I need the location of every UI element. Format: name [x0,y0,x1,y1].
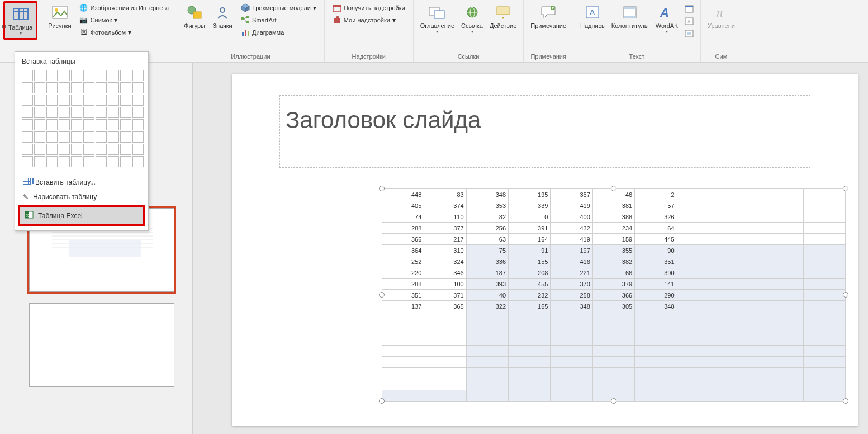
excel-embedded-object[interactable]: 4488334819535746240537435333941938157741… [382,188,846,401]
grid-cell[interactable] [83,107,94,118]
grid-cell[interactable] [132,70,144,81]
grid-cell[interactable] [132,107,144,118]
slide-number-button[interactable]: # [684,16,695,27]
grid-cell[interactable] [46,131,58,143]
slide[interactable]: Заголовок слайда 44883348195357462405374… [232,74,858,426]
excel-table-item[interactable]: X Таблица Excel [18,205,145,226]
grid-cell[interactable] [132,144,144,155]
grid-cell[interactable] [59,131,70,143]
get-addins-button[interactable]: Получить надстройки [330,2,407,13]
draw-table-item[interactable]: ✎ Нарисовать таблицу [18,190,145,204]
grid-cell[interactable] [83,156,94,167]
wordart-button[interactable]: A WordArt ▾ [652,1,681,36]
grid-cell[interactable] [108,156,119,167]
grid-cell[interactable] [34,131,45,143]
grid-cell[interactable] [22,95,33,106]
grid-cell[interactable] [120,144,131,155]
resize-handle[interactable] [843,186,848,191]
resize-handle[interactable] [843,292,848,298]
grid-cell[interactable] [46,156,58,167]
grid-cell[interactable] [83,70,94,81]
title-placeholder[interactable]: Заголовок слайда [279,95,810,168]
grid-cell[interactable] [96,95,107,106]
pictures-button[interactable]: Рисунки [45,1,75,31]
slide-thumbnail-2[interactable] [29,303,174,387]
grid-cell[interactable] [120,131,131,143]
header-footer-button[interactable]: Колонтитулы [608,1,652,31]
grid-cell[interactable] [34,70,45,81]
grid-cell[interactable] [46,144,58,155]
photo-album-button[interactable]: 🖼 Фотоальбом ▾ [77,27,171,38]
action-button[interactable]: Действие [486,1,520,31]
grid-cell[interactable] [46,82,58,93]
grid-cell[interactable] [71,131,82,143]
grid-cell[interactable] [96,156,107,167]
grid-cell[interactable] [59,70,70,81]
grid-cell[interactable] [83,144,94,155]
grid-cell[interactable] [59,156,70,167]
grid-cell[interactable] [71,144,82,155]
grid-cell[interactable] [71,95,82,106]
equation-button[interactable]: π Уравнени [704,1,738,31]
grid-cell[interactable] [34,156,45,167]
grid-cell[interactable] [71,82,82,93]
grid-cell[interactable] [120,82,131,93]
insert-table-item[interactable]: Вставить таблицу... [18,174,145,190]
grid-cell[interactable] [34,82,45,93]
grid-cell[interactable] [132,95,144,106]
grid-cell[interactable] [46,95,58,106]
grid-cell[interactable] [22,70,33,81]
grid-cell[interactable] [22,119,33,130]
grid-cell[interactable] [132,82,144,93]
grid-cell[interactable] [132,156,144,167]
grid-cell[interactable] [34,95,45,106]
grid-cell[interactable] [96,107,107,118]
grid-cell[interactable] [83,131,94,143]
icons-button[interactable]: Значки [208,1,236,31]
grid-cell[interactable] [108,131,119,143]
grid-cell[interactable] [34,119,45,130]
grid-cell[interactable] [71,70,82,81]
grid-cell[interactable] [46,119,58,130]
grid-cell[interactable] [59,144,70,155]
screenshot-button[interactable]: 📷 Снимок ▾ [77,15,171,26]
grid-cell[interactable] [59,119,70,130]
grid-cell[interactable] [96,131,107,143]
grid-cell[interactable] [46,70,58,81]
grid-cell[interactable] [96,144,107,155]
grid-cell[interactable] [22,144,33,155]
online-images-button[interactable]: 🌐 Изображения из Интернета [77,2,171,13]
resize-handle[interactable] [843,398,848,404]
grid-cell[interactable] [108,95,119,106]
grid-cell[interactable] [59,82,70,93]
resize-handle[interactable] [379,186,385,191]
grid-cell[interactable] [83,119,94,130]
table-button[interactable]: Таблица ▾ [3,1,37,40]
grid-cell[interactable] [71,156,82,167]
grid-cell[interactable] [46,107,58,118]
grid-cell[interactable] [120,119,131,130]
smartart-button[interactable]: SmartArt [239,15,319,26]
table-grid-picker[interactable] [18,68,145,169]
resize-handle[interactable] [379,292,385,298]
grid-cell[interactable] [108,107,119,118]
grid-cell[interactable] [120,156,131,167]
resize-handle[interactable] [379,398,385,404]
grid-cell[interactable] [120,95,131,106]
grid-cell[interactable] [22,156,33,167]
grid-cell[interactable] [22,131,33,143]
grid-cell[interactable] [59,107,70,118]
resize-handle[interactable] [611,186,616,191]
grid-cell[interactable] [83,82,94,93]
date-time-button[interactable] [684,3,695,15]
object-button[interactable] [684,28,695,39]
grid-cell[interactable] [22,107,33,118]
grid-cell[interactable] [132,131,144,143]
textbox-button[interactable]: A Надпись [577,1,608,31]
grid-cell[interactable] [108,119,119,130]
comment-button[interactable]: Примечание [527,1,570,31]
grid-cell[interactable] [120,70,131,81]
grid-cell[interactable] [96,70,107,81]
shapes-button[interactable]: Фигуры [181,1,208,31]
grid-cell[interactable] [96,119,107,130]
